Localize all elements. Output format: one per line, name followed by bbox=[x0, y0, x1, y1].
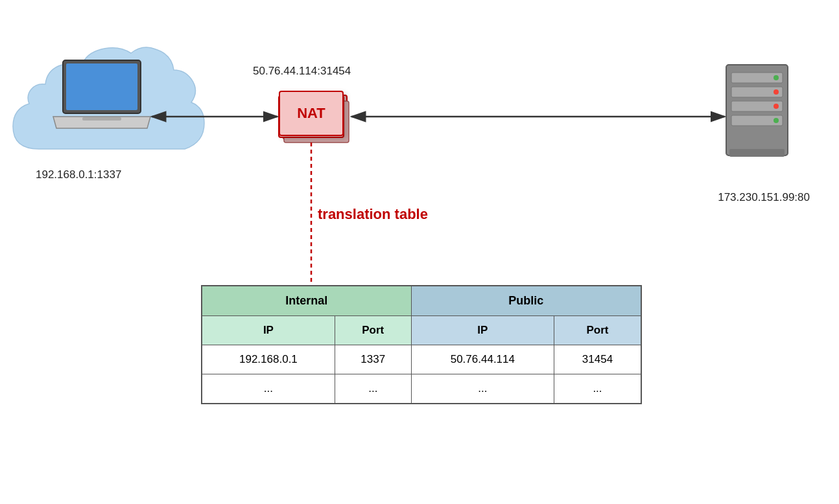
table-row: 192.168.0.1 1337 50.76.44.114 31454 bbox=[202, 345, 641, 374]
svg-rect-5 bbox=[731, 73, 783, 83]
internal-port-0: 1337 bbox=[335, 345, 411, 374]
header-internal: Internal bbox=[202, 286, 411, 316]
svg-rect-3 bbox=[726, 65, 788, 155]
nat-label: NAT bbox=[279, 91, 344, 136]
svg-rect-1 bbox=[66, 63, 137, 110]
svg-rect-6 bbox=[731, 87, 783, 97]
client-ip-label: 192.168.0.1:1337 bbox=[36, 168, 121, 181]
public-port-1: ... bbox=[554, 374, 641, 404]
diagram-container: NAT 50.76.44.114:31454 192.168.0.1:1337 … bbox=[0, 0, 839, 504]
svg-point-9 bbox=[774, 75, 779, 80]
translation-table-container: Internal Public IP Port IP bbox=[201, 285, 642, 404]
server-icon bbox=[726, 65, 788, 157]
svg-point-12 bbox=[774, 118, 779, 123]
nat-ip-label: 50.76.44.114:31454 bbox=[253, 65, 351, 78]
public-ip-0: 50.76.44.114 bbox=[411, 345, 554, 374]
svg-rect-2 bbox=[82, 117, 121, 120]
svg-rect-4 bbox=[726, 65, 788, 155]
svg-rect-0 bbox=[63, 60, 141, 113]
laptop-icon bbox=[53, 60, 150, 128]
internal-ip-1: ... bbox=[202, 374, 335, 404]
col-public-ip: IP bbox=[411, 316, 554, 345]
public-ip-1: ... bbox=[411, 374, 554, 404]
col-internal-ip: IP bbox=[202, 316, 335, 345]
svg-rect-8 bbox=[731, 115, 783, 126]
cloud-shape bbox=[13, 47, 204, 149]
svg-point-11 bbox=[774, 104, 779, 109]
svg-rect-13 bbox=[729, 149, 785, 157]
internal-ip-0: 192.168.0.1 bbox=[202, 345, 335, 374]
public-port-0: 31454 bbox=[554, 345, 641, 374]
header-public: Public bbox=[411, 286, 641, 316]
svg-rect-7 bbox=[731, 101, 783, 111]
svg-point-10 bbox=[774, 89, 779, 95]
col-public-port: Port bbox=[554, 316, 641, 345]
table-row: ... ... ... ... bbox=[202, 374, 641, 404]
internal-port-1: ... bbox=[335, 374, 411, 404]
translation-table: Internal Public IP Port IP bbox=[201, 285, 642, 404]
server-ip-label: 173.230.151.99:80 bbox=[718, 191, 810, 204]
col-internal-port: Port bbox=[335, 316, 411, 345]
translation-table-label: translation table bbox=[318, 206, 428, 223]
